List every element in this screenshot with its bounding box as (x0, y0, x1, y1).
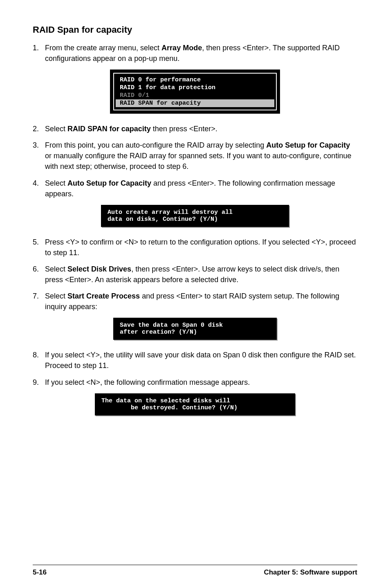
menu-item-raid0: RAID 0 for performance (114, 76, 276, 84)
step-text: Select RAID SPAN for capacity then press… (45, 123, 357, 134)
step-number: 1. (33, 43, 45, 64)
menu-item-raid1: RAID 1 for data protection (114, 84, 276, 92)
step-text: If you select <Y>, the utility will save… (45, 350, 357, 371)
msg-line: Save the data on Span 0 disk (120, 322, 270, 329)
text-pre: Select (45, 179, 67, 187)
msg-line: after creation? (Y/N) (120, 329, 270, 336)
step-5: 5. Press <Y> to confirm or <N> to return… (33, 237, 357, 258)
step-text: Press <Y> to confirm or <N> to return to… (45, 237, 357, 258)
text-pre: From the create array menu, select (45, 44, 161, 52)
step-number: 9. (33, 377, 45, 388)
step-number: 5. (33, 237, 45, 258)
menu-item-raid-span: RAID SPAN for capacity (116, 99, 274, 107)
step-4: 4. Select Auto Setup for Capacity and pr… (33, 178, 357, 199)
step-number: 6. (33, 264, 45, 285)
step-number: 8. (33, 350, 45, 371)
msg-line: data on disks, Continue? (Y/N) (108, 216, 282, 223)
confirm-message-save: Save the data on Span 0 disk after creat… (113, 318, 277, 340)
text-bold: Array Mode (161, 44, 202, 52)
step-text: If you select <N>, the following confirm… (45, 377, 357, 388)
step-number: 2. (33, 123, 45, 134)
menu-item-raid01: RAID 0/1 (114, 92, 276, 99)
step-3: 3. From this point, you can auto-configu… (33, 140, 357, 172)
raid-mode-menu: RAID 0 for performance RAID 1 for data p… (110, 70, 280, 114)
text-bold: Start Create Process (67, 292, 140, 300)
step-number: 3. (33, 140, 45, 172)
step-text: From the create array menu, select Array… (45, 43, 357, 64)
text-post: then press <Enter>. (151, 125, 217, 133)
text-pre: Select (45, 265, 67, 273)
msg-line: be destroyed. Continue? (Y/N) (101, 404, 289, 411)
chapter-title: Chapter 5: Software support (264, 568, 357, 577)
step-text: From this point, you can auto-configure … (45, 140, 357, 172)
msg-line: Auto create array will destroy all (108, 209, 282, 216)
text-bold: Auto Setup for Capacity (266, 141, 350, 149)
page-footer: 5-16 Chapter 5: Software support (33, 565, 357, 577)
text-pre: Select (45, 125, 67, 133)
confirm-message-destroy-selected: The data on the selected disks will be d… (95, 393, 295, 415)
text-pre: Select (45, 292, 67, 300)
section-heading: RAID Span for capacity (33, 25, 357, 35)
confirm-message-destroy: Auto create array will destroy all data … (101, 205, 289, 227)
step-number: 4. (33, 178, 45, 199)
step-9: 9. If you select <N>, the following conf… (33, 377, 357, 388)
text-bold: Auto Setup for Capacity (67, 179, 151, 187)
step-7: 7. Select Start Create Process and press… (33, 291, 357, 312)
text-post: or manually configure the RAID array for… (45, 152, 351, 171)
step-6: 6. Select Select Disk Drives, then press… (33, 264, 357, 285)
step-number: 7. (33, 291, 45, 312)
step-text: Select Select Disk Drives, then press <E… (45, 264, 357, 285)
step-1: 1. From the create array menu, select Ar… (33, 43, 357, 64)
page-number: 5-16 (33, 568, 47, 577)
msg-line: The data on the selected disks will (101, 397, 289, 404)
step-2: 2. Select RAID SPAN for capacity then pr… (33, 123, 357, 134)
menu-inner: RAID 0 for performance RAID 1 for data p… (113, 73, 277, 110)
step-text: Select Start Create Process and press <E… (45, 291, 357, 312)
step-8: 8. If you select <Y>, the utility will s… (33, 350, 357, 371)
step-text: Select Auto Setup for Capacity and press… (45, 178, 357, 199)
text-bold: RAID SPAN for capacity (67, 125, 151, 133)
text-pre: From this point, you can auto-configure … (45, 141, 266, 149)
text-bold: Select Disk Drives (67, 265, 131, 273)
